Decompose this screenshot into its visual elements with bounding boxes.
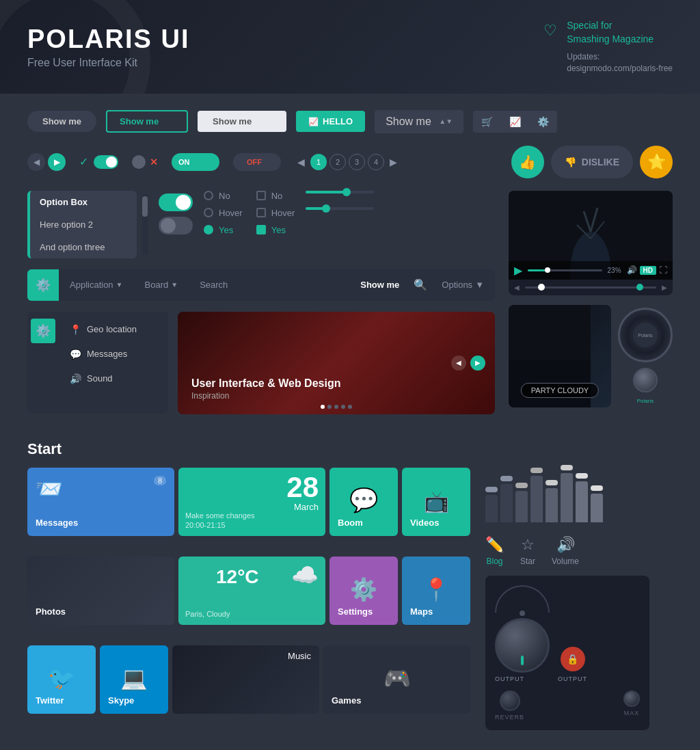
prev-arrow[interactable]: ◀ bbox=[27, 153, 45, 171]
radio-yes-btn[interactable] bbox=[204, 225, 213, 235]
radio-hover-btn[interactable] bbox=[204, 208, 213, 217]
navbar-logo[interactable]: ⚙️ bbox=[27, 269, 59, 301]
pag-1[interactable]: 1 bbox=[310, 154, 327, 170]
nav-board[interactable]: Board ▼ bbox=[134, 271, 189, 299]
slider-2[interactable] bbox=[306, 207, 374, 210]
radio-no-btn[interactable] bbox=[204, 191, 213, 200]
pag-4[interactable]: 4 bbox=[368, 154, 384, 170]
dropdown-item-1[interactable]: Option Box bbox=[30, 191, 137, 213]
timeline-start: ◀ bbox=[514, 284, 520, 291]
nav-application[interactable]: Application ▼ bbox=[59, 271, 134, 299]
nav-show-me[interactable]: Show me bbox=[349, 271, 410, 299]
on-toggle[interactable]: ON bbox=[172, 153, 219, 171]
menu-sound[interactable]: 🔊 Sound bbox=[59, 366, 168, 391]
eq-bar-5[interactable] bbox=[546, 480, 558, 522]
big-toggle-on[interactable] bbox=[159, 193, 193, 211]
pag-3[interactable]: 3 bbox=[349, 154, 365, 170]
main-knob[interactable] bbox=[495, 618, 550, 673]
tile-twitter[interactable]: 🐦 Twitter bbox=[27, 645, 96, 714]
dot-5[interactable] bbox=[348, 405, 352, 409]
dropdown-menu: Option Box Here option 2 And option thre… bbox=[27, 191, 137, 258]
reverb-knob[interactable] bbox=[500, 691, 520, 711]
cart-icon-button[interactable]: 🛒 bbox=[473, 111, 501, 133]
star-button[interactable]: ⭐ bbox=[640, 146, 673, 178]
volume-icon[interactable]: 🔊 bbox=[627, 265, 637, 275]
star-icon-item[interactable]: ☆ Star bbox=[520, 536, 535, 566]
tile-videos[interactable]: 📺 Videos bbox=[402, 468, 470, 536]
tile-calendar[interactable]: Make some changes 20:00-21:15 28 March bbox=[178, 468, 325, 536]
tile-photos[interactable]: Photos bbox=[27, 557, 174, 625]
lock-button[interactable]: 🔒 bbox=[561, 647, 585, 671]
photos-label: Photos bbox=[36, 606, 66, 617]
cd-area: Polaris Polaris bbox=[618, 305, 673, 407]
trend-icon-button[interactable]: 📈 bbox=[501, 111, 529, 133]
tile-boom[interactable]: 💬 Boom bbox=[329, 468, 398, 536]
menu-geo[interactable]: 📍 Geo location bbox=[59, 317, 168, 342]
settings-gear-button[interactable]: ⚙️ bbox=[31, 319, 55, 343]
nav-options[interactable]: Options ▼ bbox=[431, 271, 495, 299]
dropdown-item-2[interactable]: Here option 2 bbox=[30, 213, 137, 236]
tile-weather[interactable]: Paris, Cloudy ☁️ 12°C bbox=[178, 557, 325, 625]
eq-bar-7[interactable] bbox=[576, 473, 588, 522]
knob-panel: OUTPUT 🔒 OUTPUT REVERB bbox=[485, 576, 649, 730]
timeline-track[interactable] bbox=[525, 286, 656, 289]
volume-icon-item[interactable]: 🔊 Volume bbox=[552, 536, 579, 566]
checkbox-hover: Hover bbox=[256, 208, 295, 218]
eq-bar-8[interactable] bbox=[591, 485, 603, 522]
like-button[interactable]: 👍 bbox=[511, 146, 544, 178]
big-toggle-off[interactable] bbox=[159, 217, 193, 235]
checkbox-no-btn[interactable] bbox=[256, 191, 266, 200]
blog-icon-item[interactable]: ✏️ Blog bbox=[485, 536, 504, 566]
toggle-knob-off bbox=[161, 218, 176, 233]
eq-bar-1[interactable] bbox=[485, 487, 498, 522]
settings-icon-col: ⚙️ bbox=[27, 312, 59, 413]
search-icon[interactable]: 🔍 bbox=[414, 278, 427, 291]
dot-1[interactable] bbox=[321, 405, 325, 409]
left-column: Option Box Here option 2 And option thre… bbox=[27, 191, 495, 433]
radio-toggle-on[interactable] bbox=[94, 155, 118, 169]
tile-games[interactable]: 🎮 Games bbox=[323, 645, 470, 714]
menu-messages[interactable]: 💬 Messages bbox=[59, 342, 168, 366]
caret-options: ▼ bbox=[475, 280, 484, 290]
off-toggle[interactable]: OFF bbox=[233, 153, 281, 171]
slider-next-button[interactable]: ▶ bbox=[470, 356, 485, 371]
dot-3[interactable] bbox=[334, 405, 338, 409]
slider-prev-button[interactable]: ◀ bbox=[451, 356, 466, 371]
show-me-dark-button[interactable]: Show me bbox=[27, 111, 96, 132]
dot-2[interactable] bbox=[327, 405, 332, 409]
video-progress[interactable] bbox=[528, 269, 602, 271]
scrollbar[interactable] bbox=[142, 193, 148, 255]
show-me-select[interactable]: Show me ▲▼ bbox=[375, 110, 463, 133]
dislike-button[interactable]: 👎 DISLIKE bbox=[551, 146, 633, 178]
tile-maps[interactable]: 📍 Maps bbox=[402, 557, 470, 625]
checkbox-hover-btn[interactable] bbox=[256, 208, 266, 217]
eq-bar-6[interactable] bbox=[561, 465, 573, 522]
settings-icon-button[interactable]: ⚙️ bbox=[529, 111, 557, 133]
pag-prev[interactable]: ◀ bbox=[295, 157, 308, 168]
max-knob[interactable] bbox=[623, 691, 640, 707]
eq-bar-4[interactable] bbox=[530, 468, 543, 522]
next-arrow[interactable]: ▶ bbox=[48, 153, 66, 171]
show-me-outline-button[interactable]: Show me bbox=[106, 110, 188, 133]
pag-2[interactable]: 2 bbox=[329, 154, 346, 170]
dot-4[interactable] bbox=[341, 405, 345, 409]
fullscreen-icon[interactable]: ⛶ bbox=[659, 265, 667, 275]
slider-1[interactable] bbox=[306, 191, 374, 193]
timeline-marker-1 bbox=[538, 284, 545, 291]
tile-skype[interactable]: 💻 Skype bbox=[100, 645, 168, 714]
eq-bar-2[interactable] bbox=[500, 476, 513, 522]
knob-labels: OUTPUT bbox=[495, 675, 550, 682]
play-button[interactable]: ▶ bbox=[514, 264, 522, 277]
message-icon: 💬 bbox=[70, 349, 81, 360]
hello-button[interactable]: 📈 HELLO bbox=[296, 111, 365, 132]
show-me-light-button[interactable]: Show me bbox=[198, 111, 286, 132]
checkbox-yes-btn[interactable] bbox=[256, 225, 266, 235]
dropdown-item-3[interactable]: And option three bbox=[30, 236, 137, 258]
tile-settings[interactable]: ⚙️ Settings bbox=[329, 557, 398, 625]
tile-messages[interactable]: 📨 8 Messages bbox=[27, 468, 174, 536]
pag-next[interactable]: ▶ bbox=[387, 157, 400, 168]
volume-knob[interactable] bbox=[633, 368, 658, 392]
icon-button-group: 🛒 📈 ⚙️ bbox=[473, 111, 557, 133]
eq-bar-3[interactable] bbox=[515, 483, 528, 522]
tile-music[interactable]: Music bbox=[172, 645, 319, 714]
